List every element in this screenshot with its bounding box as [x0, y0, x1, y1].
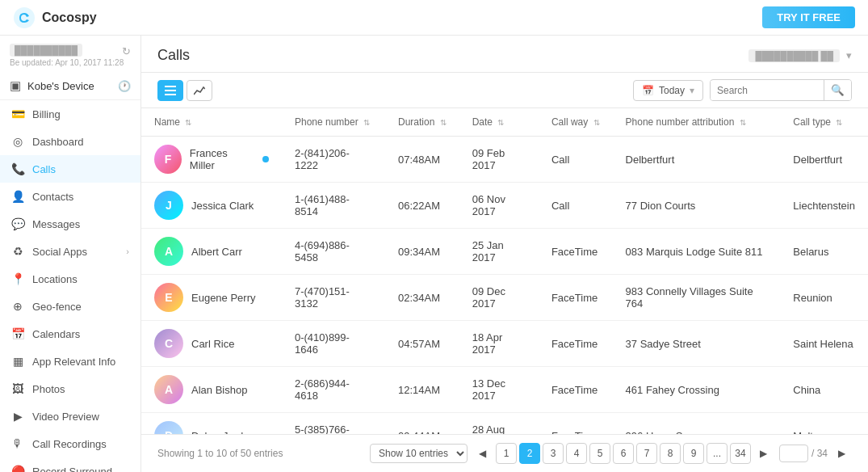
cell-calltype: Reunion — [780, 275, 868, 321]
search-input[interactable] — [711, 81, 824, 100]
sidebar-item-billing[interactable]: 💳 Billing — [0, 100, 140, 128]
prev-page-button[interactable]: ◀ — [472, 443, 493, 464]
try-free-button[interactable]: TRY IT FREE — [762, 6, 855, 28]
cell-phone: 1-(461)488-8514 — [282, 183, 385, 229]
video-icon: ▶ — [11, 410, 24, 423]
cell-phone: 7-(470)151-3132 — [282, 275, 385, 321]
pagination-right: Show 10 entries Show 25 entries Show 50 … — [370, 443, 852, 464]
col-callway[interactable]: Call way ⇅ — [539, 108, 613, 137]
sidebar-item-locations[interactable]: 📍 Locations — [0, 265, 140, 293]
logo-icon — [13, 6, 36, 29]
sidebar-item-label: Billing — [32, 108, 61, 120]
content-header: Calls ██████████ ██ ▾ — [141, 36, 868, 73]
page-5-button[interactable]: 5 — [589, 443, 610, 464]
col-attribution[interactable]: Phone number attribution ⇅ — [613, 108, 781, 137]
col-name[interactable]: Name ⇅ — [141, 108, 282, 137]
sidebar-item-label: Dashboard — [32, 136, 84, 148]
cell-callway: FaceTime — [539, 275, 613, 321]
sidebar-item-video-preview[interactable]: ▶ Video Preview — [0, 402, 140, 430]
cell-date: 09 Dec 2017 — [459, 275, 539, 321]
app-relevant-icon: ▦ — [11, 355, 24, 368]
cell-calltype: Liechtenstein — [780, 183, 868, 229]
svg-rect-3 — [165, 94, 176, 95]
name-cell: E Eugene Perry — [154, 283, 269, 312]
page-jump-next-button[interactable]: ▶ — [831, 443, 852, 464]
cell-name: J Jessica Clark — [141, 183, 282, 229]
next-page-button[interactable]: ▶ — [753, 443, 774, 464]
page-4-button[interactable]: 4 — [566, 443, 587, 464]
page-34-button[interactable]: 34 — [730, 443, 751, 464]
table-row: A Albert Carr 4-(694)886-5458 09:34AM 25… — [141, 229, 868, 275]
cell-attribution: 461 Fahey Crossing — [613, 367, 781, 413]
search-button[interactable]: 🔍 — [824, 80, 851, 100]
name-cell: D Debra Jordan — [154, 421, 269, 434]
contact-name: Albert Carr — [191, 246, 242, 258]
page-1-button[interactable]: 1 — [496, 443, 517, 464]
cell-callway: Call — [539, 183, 613, 229]
sidebar-item-label: App Relevant Info — [32, 356, 115, 368]
page-8-button[interactable]: 8 — [660, 443, 681, 464]
col-duration[interactable]: Duration ⇅ — [385, 108, 459, 137]
date-picker[interactable]: 📅 Today ▾ — [633, 80, 703, 101]
sidebar-item-contacts[interactable]: 👤 Contacts — [0, 183, 140, 210]
chevron-down-icon[interactable]: ▾ — [846, 49, 852, 61]
sidebar-item-photos[interactable]: 🖼 Photos — [0, 375, 140, 402]
name-cell: C Carl Rice — [154, 329, 269, 358]
social-apps-icon: ♻ — [11, 245, 24, 258]
col-phone[interactable]: Phone number ⇅ — [282, 108, 385, 137]
sidebar-item-app-relevant-info[interactable]: ▦ App Relevant Info — [0, 348, 140, 375]
col-date[interactable]: Date ⇅ — [459, 108, 539, 137]
contact-name: Jessica Clark — [191, 200, 254, 212]
date-filter-label: Today — [659, 85, 685, 96]
page-7-button[interactable]: 7 — [636, 443, 657, 464]
sidebar-item-messages[interactable]: 💬 Messages — [0, 210, 140, 238]
cell-date: 06 Nov 2017 — [459, 183, 539, 229]
sidebar-item-call-recordings[interactable]: 🎙 Call Recordings — [0, 430, 140, 457]
refresh-icon[interactable]: ↻ — [122, 45, 131, 57]
cell-phone: 4-(694)886-5458 — [282, 229, 385, 275]
avatar-letter: E — [165, 291, 172, 304]
sidebar-item-geo-fence[interactable]: ⊕ Geo-fence — [0, 293, 140, 320]
page-3-button[interactable]: 3 — [543, 443, 564, 464]
device-clock-icon[interactable]: 🕐 — [118, 80, 131, 92]
avatar: J — [154, 191, 183, 220]
chevron-right-icon: › — [126, 247, 129, 256]
sort-icon: ⇅ — [185, 118, 191, 127]
cell-attribution: 37 Sadye Street — [613, 321, 781, 367]
page-jump-input[interactable] — [779, 445, 808, 462]
table-row: A Alan Bishop 2-(686)944-4618 12:14AM 13… — [141, 367, 868, 413]
page-6-button[interactable]: 6 — [613, 443, 634, 464]
sidebar-item-social-apps[interactable]: ♻ Social Apps › — [0, 238, 140, 265]
page-ellipsis-button[interactable]: ... — [707, 443, 728, 464]
page-nav: ◀ 1 2 3 4 5 6 7 8 9 ... 34 ▶ — [472, 443, 774, 464]
sort-icon: ⇅ — [740, 118, 746, 127]
page-9-button[interactable]: 9 — [683, 443, 704, 464]
toolbar-right: 📅 Today ▾ 🔍 — [633, 79, 852, 101]
main-layout: ██████████ ↻ Be updated: Apr 10, 2017 11… — [0, 36, 868, 472]
sidebar-item-calendars[interactable]: 📅 Calendars — [0, 320, 140, 348]
sidebar-item-calls[interactable]: 📞 Calls — [0, 155, 140, 183]
cell-duration: 09:34AM — [385, 229, 459, 275]
sidebar-item-dashboard[interactable]: ◎ Dashboard — [0, 128, 140, 155]
account-badge: ██████████ ██ — [748, 49, 840, 62]
toolbar-left — [157, 80, 212, 101]
geo-fence-icon: ⊕ — [11, 300, 24, 313]
sidebar-item-label: Calls — [32, 163, 56, 175]
col-calltype[interactable]: Call type ⇅ — [780, 108, 868, 137]
cell-date: 28 Aug 2017 — [459, 413, 539, 435]
sidebar-item-record-surround[interactable]: 🔴 Record Surround — [0, 457, 140, 472]
info-dot — [262, 156, 269, 162]
entries-select[interactable]: Show 10 entries Show 25 entries Show 50 … — [370, 444, 468, 463]
table-row: D Debra Jordan 5-(385)766-6905 09:44AM 2… — [141, 413, 868, 435]
table-row: C Carl Rice 0-(410)899-1646 04:57AM 18 A… — [141, 321, 868, 367]
chart-view-button[interactable] — [187, 80, 212, 101]
cell-attribution: 77 Dion Courts — [613, 183, 781, 229]
cell-phone: 5-(385)766-6905 — [282, 413, 385, 435]
list-view-button[interactable] — [157, 80, 183, 101]
sidebar-device: ▣ Kobe's Device 🕐 — [0, 72, 140, 100]
toolbar: 📅 Today ▾ 🔍 — [141, 73, 868, 108]
cell-phone: 2-(686)944-4618 — [282, 367, 385, 413]
table-row: J Jessica Clark 1-(461)488-8514 06:22AM … — [141, 183, 868, 229]
page-2-button[interactable]: 2 — [519, 443, 540, 464]
cell-duration: 06:22AM — [385, 183, 459, 229]
